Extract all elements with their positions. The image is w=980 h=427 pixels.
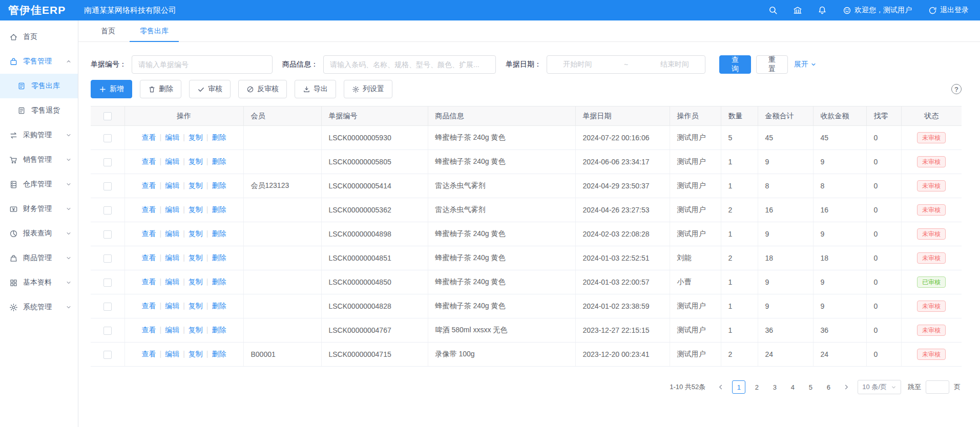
copy-link[interactable]: 复制 xyxy=(189,181,203,189)
copy-link[interactable]: 复制 xyxy=(189,326,203,334)
status-badge: 未审核 xyxy=(917,180,946,191)
edit-link[interactable]: 编辑 xyxy=(165,253,179,262)
row-checkbox[interactable] xyxy=(103,351,112,359)
delete-link[interactable]: 删除 xyxy=(212,157,226,165)
unaudit-button[interactable]: 反审核 xyxy=(238,80,287,98)
sidebar-item-retail-return[interactable]: 零售退货 xyxy=(0,98,78,123)
copy-link[interactable]: 复制 xyxy=(189,253,203,262)
page-button-4[interactable]: 4 xyxy=(786,380,799,394)
edit-link[interactable]: 编辑 xyxy=(165,229,179,238)
logout-button[interactable]: 退出登录 xyxy=(928,6,969,15)
search-button[interactable]: 查 询 xyxy=(719,55,751,74)
copy-link[interactable]: 复制 xyxy=(189,133,203,141)
delete-link[interactable]: 删除 xyxy=(212,205,226,214)
view-link[interactable]: 查看 xyxy=(142,326,156,334)
edit-link[interactable]: 编辑 xyxy=(165,205,179,214)
row-checkbox[interactable] xyxy=(103,327,112,335)
reset-button[interactable]: 重 置 xyxy=(756,55,788,74)
sidebar-item-purchase-mgmt[interactable]: 采购管理 xyxy=(0,123,78,147)
edit-link[interactable]: 编辑 xyxy=(165,181,179,189)
delete-link[interactable]: 删除 xyxy=(212,350,226,358)
row-checkbox[interactable] xyxy=(103,134,112,142)
page-button-1[interactable]: 1 xyxy=(732,380,745,394)
search-icon[interactable] xyxy=(768,5,778,15)
row-checkbox[interactable] xyxy=(103,279,112,287)
row-checkbox[interactable] xyxy=(103,158,112,166)
view-link[interactable]: 查看 xyxy=(142,229,156,238)
edit-link[interactable]: 编辑 xyxy=(165,350,179,358)
copy-link[interactable]: 复制 xyxy=(189,350,203,358)
help-icon[interactable]: ? xyxy=(951,84,962,94)
sidebar-item-warehouse-mgmt[interactable]: 仓库管理 xyxy=(0,172,78,197)
export-button[interactable]: 导出 xyxy=(295,80,336,98)
tab-retail-outbound[interactable]: 零售出库 xyxy=(128,20,181,41)
copy-link[interactable]: 复制 xyxy=(189,229,203,238)
delete-link[interactable]: 删除 xyxy=(212,181,226,189)
change-cell: 0 xyxy=(866,222,901,246)
delete-link[interactable]: 删除 xyxy=(212,253,226,262)
view-link[interactable]: 查看 xyxy=(142,277,156,286)
column-settings-button[interactable]: 列设置 xyxy=(344,80,392,98)
status-badge: 已审核 xyxy=(917,276,946,288)
edit-link[interactable]: 编辑 xyxy=(165,157,179,165)
view-link[interactable]: 查看 xyxy=(142,302,156,310)
table-row: 查看|编辑|复制|删除 LSCK00000005930 蜂蜜柚子茶 240g 黄… xyxy=(91,126,962,150)
expand-link[interactable]: 展开 xyxy=(794,60,817,69)
page-button-2[interactable]: 2 xyxy=(750,380,763,394)
order-no-input[interactable] xyxy=(132,55,273,74)
edit-link[interactable]: 编辑 xyxy=(165,277,179,286)
view-link[interactable]: 查看 xyxy=(142,181,156,189)
add-button[interactable]: 新增 xyxy=(91,80,132,98)
delete-link[interactable]: 删除 xyxy=(212,277,226,286)
col-header-date: 单据日期 xyxy=(575,106,670,126)
delete-link[interactable]: 删除 xyxy=(212,326,226,334)
row-checkbox[interactable] xyxy=(103,206,112,215)
row-checkbox[interactable] xyxy=(103,230,112,239)
copy-link[interactable]: 复制 xyxy=(189,157,203,165)
sidebar-item-retail-outbound[interactable]: 零售出库 xyxy=(0,74,78,98)
delete-link[interactable]: 删除 xyxy=(212,302,226,310)
copy-link[interactable]: 复制 xyxy=(189,302,203,310)
jump-page-input[interactable] xyxy=(926,380,949,394)
sidebar-item-finance-mgmt[interactable]: 财务管理 xyxy=(0,197,78,221)
delete-button[interactable]: 删除 xyxy=(140,80,181,98)
select-all-checkbox[interactable] xyxy=(103,112,112,120)
page-button-3[interactable]: 3 xyxy=(768,380,781,394)
page-size-select[interactable]: 10 条/页 xyxy=(858,380,901,394)
user-welcome[interactable]: 欢迎您，测试用户 xyxy=(843,6,912,15)
status-badge: 未审核 xyxy=(917,228,946,240)
row-checkbox[interactable] xyxy=(103,182,112,190)
view-link[interactable]: 查看 xyxy=(142,157,156,165)
view-link[interactable]: 查看 xyxy=(142,205,156,214)
page-button-6[interactable]: 6 xyxy=(822,380,835,394)
sidebar-item-goods-mgmt[interactable]: 商品管理 xyxy=(0,246,78,270)
page-button-5[interactable]: 5 xyxy=(804,380,817,394)
bank-icon[interactable] xyxy=(793,5,803,15)
row-checkbox[interactable] xyxy=(103,303,112,311)
edit-link[interactable]: 编辑 xyxy=(165,302,179,310)
tab-home[interactable]: 首页 xyxy=(89,20,128,41)
sidebar-item-report-query[interactable]: 报表查询 xyxy=(0,221,78,246)
delete-link[interactable]: 删除 xyxy=(212,133,226,141)
product-info-input[interactable] xyxy=(323,55,496,74)
sidebar-item-sales-mgmt[interactable]: 销售管理 xyxy=(0,147,78,172)
sidebar-item-home[interactable]: 首页 xyxy=(0,25,78,49)
prev-page-button[interactable] xyxy=(714,380,727,394)
copy-link[interactable]: 复制 xyxy=(189,205,203,214)
view-link[interactable]: 查看 xyxy=(142,133,156,141)
view-link[interactable]: 查看 xyxy=(142,253,156,262)
delete-link[interactable]: 删除 xyxy=(212,229,226,238)
next-page-button[interactable] xyxy=(840,380,853,394)
row-checkbox[interactable] xyxy=(103,254,112,263)
chevron-down-icon xyxy=(66,280,72,286)
sidebar-item-basic-data[interactable]: 基本资料 xyxy=(0,270,78,295)
view-link[interactable]: 查看 xyxy=(142,350,156,358)
sidebar-item-system-mgmt[interactable]: 系统管理 xyxy=(0,295,78,319)
date-range-picker[interactable]: 开始时间 ~ 结束时间 xyxy=(547,55,705,74)
audit-button[interactable]: 审核 xyxy=(189,80,231,98)
sidebar-item-retail-mgmt[interactable]: 零售管理 xyxy=(0,49,78,74)
edit-link[interactable]: 编辑 xyxy=(165,326,179,334)
notification-bell-icon[interactable] xyxy=(817,5,827,15)
copy-link[interactable]: 复制 xyxy=(189,277,203,286)
edit-link[interactable]: 编辑 xyxy=(165,133,179,141)
